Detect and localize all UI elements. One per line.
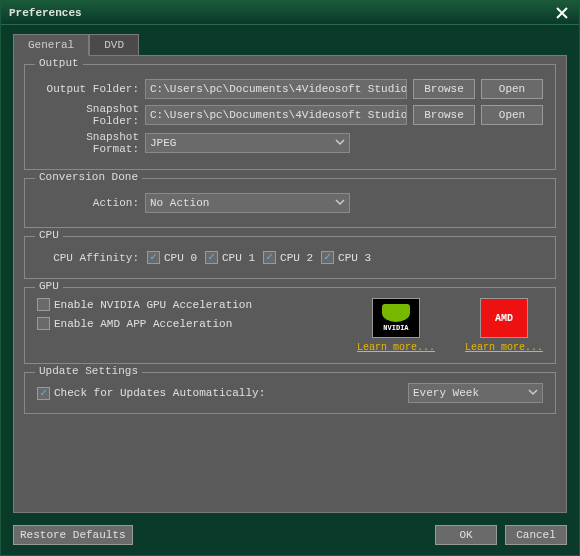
amd-learn-more-link[interactable]: Learn more... [465,342,543,353]
nvidia-learn-more-link[interactable]: Learn more... [357,342,435,353]
action-value: No Action [150,197,209,209]
group-gpu-title: GPU [35,280,63,292]
update-frequency-value: Every Week [413,387,479,399]
amd-logo-icon: AMD [480,298,528,338]
cancel-button[interactable]: Cancel [505,525,567,545]
cpu1-label: CPU 1 [222,252,255,264]
auto-update-label: Check for Updates Automatically: [54,387,265,399]
titlebar: Preferences [1,1,579,25]
action-label: Action: [37,197,139,209]
restore-defaults-button[interactable]: Restore Defaults [13,525,133,545]
update-frequency-select[interactable]: Every Week [408,383,543,403]
browse-output-button[interactable]: Browse [413,79,475,99]
snapshot-folder-input[interactable]: C:\Users\pc\Documents\4Videosoft Studio\… [145,105,407,125]
cpu1-checkbox[interactable] [205,251,218,264]
snapshot-format-select[interactable]: JPEG [145,133,350,153]
auto-update-checkbox[interactable] [37,387,50,400]
group-conversion-title: Conversion Done [35,171,142,183]
chevron-down-icon [335,197,345,210]
output-folder-input[interactable]: C:\Users\pc\Documents\4Videosoft Studio\… [145,79,407,99]
open-snapshot-button[interactable]: Open [481,105,543,125]
cpu0-label: CPU 0 [164,252,197,264]
preferences-window: Preferences General DVD Output Output Fo… [0,0,580,556]
group-output: Output Output Folder: C:\Users\pc\Docume… [24,64,556,170]
nvidia-label: Enable NVIDIA GPU Acceleration [54,299,252,311]
nvidia-logo-icon: NVIDIA [372,298,420,338]
tab-content: Output Output Folder: C:\Users\pc\Docume… [13,55,567,513]
group-conversion: Conversion Done Action: No Action [24,178,556,228]
chevron-down-icon [528,387,538,400]
action-select[interactable]: No Action [145,193,350,213]
chevron-down-icon [335,137,345,150]
nvidia-checkbox[interactable] [37,298,50,311]
cpu-affinity-label: CPU Affinity: [37,252,139,264]
snapshot-format-value: JPEG [150,137,176,149]
amd-label: Enable AMD APP Acceleration [54,318,232,330]
group-output-title: Output [35,57,83,69]
group-cpu: CPU CPU Affinity: CPU 0 CPU 1 CPU 2 CPU … [24,236,556,279]
tab-general[interactable]: General [13,34,89,56]
amd-checkbox[interactable] [37,317,50,330]
snapshot-format-label: Snapshot Format: [37,131,139,155]
group-cpu-title: CPU [35,229,63,241]
tab-dvd[interactable]: DVD [89,34,139,56]
cpu2-checkbox[interactable] [263,251,276,264]
ok-button[interactable]: OK [435,525,497,545]
group-update: Update Settings Check for Updates Automa… [24,372,556,414]
cpu3-checkbox[interactable] [321,251,334,264]
footer: Restore Defaults OK Cancel [1,521,579,555]
close-icon[interactable] [553,5,571,21]
group-gpu: GPU Enable NVIDIA GPU Acceleration Enabl… [24,287,556,364]
group-update-title: Update Settings [35,365,142,377]
cpu0-checkbox[interactable] [147,251,160,264]
window-title: Preferences [9,7,553,19]
browse-snapshot-button[interactable]: Browse [413,105,475,125]
cpu3-label: CPU 3 [338,252,371,264]
snapshot-folder-label: Snapshot Folder: [37,103,139,127]
open-output-button[interactable]: Open [481,79,543,99]
tabs: General DVD [1,25,579,55]
cpu2-label: CPU 2 [280,252,313,264]
output-folder-label: Output Folder: [37,83,139,95]
